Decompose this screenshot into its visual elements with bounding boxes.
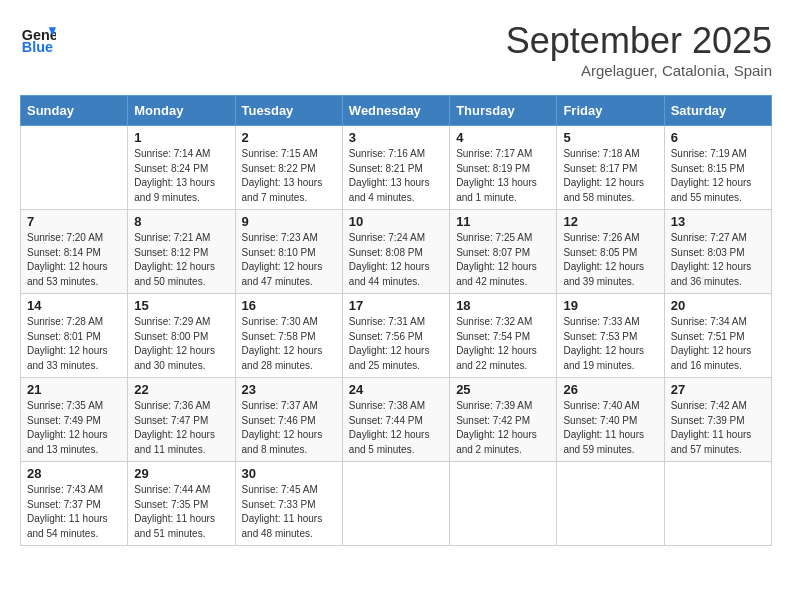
day-number: 19 [563, 298, 657, 313]
cell-info: Sunrise: 7:32 AMSunset: 7:54 PMDaylight:… [456, 315, 550, 373]
cell-info: Sunrise: 7:28 AMSunset: 8:01 PMDaylight:… [27, 315, 121, 373]
month-title: September 2025 [506, 20, 772, 62]
calendar-cell: 9Sunrise: 7:23 AMSunset: 8:10 PMDaylight… [235, 210, 342, 294]
day-number: 9 [242, 214, 336, 229]
calendar-table: SundayMondayTuesdayWednesdayThursdayFrid… [20, 95, 772, 546]
cell-info: Sunrise: 7:17 AMSunset: 8:19 PMDaylight:… [456, 147, 550, 205]
day-number: 21 [27, 382, 121, 397]
day-number: 12 [563, 214, 657, 229]
calendar-cell: 17Sunrise: 7:31 AMSunset: 7:56 PMDayligh… [342, 294, 449, 378]
cell-info: Sunrise: 7:43 AMSunset: 7:37 PMDaylight:… [27, 483, 121, 541]
calendar-cell [557, 462, 664, 546]
cell-info: Sunrise: 7:40 AMSunset: 7:40 PMDaylight:… [563, 399, 657, 457]
calendar-cell [21, 126, 128, 210]
calendar-cell [664, 462, 771, 546]
calendar-cell: 12Sunrise: 7:26 AMSunset: 8:05 PMDayligh… [557, 210, 664, 294]
cell-info: Sunrise: 7:42 AMSunset: 7:39 PMDaylight:… [671, 399, 765, 457]
calendar-cell: 16Sunrise: 7:30 AMSunset: 7:58 PMDayligh… [235, 294, 342, 378]
calendar-cell: 27Sunrise: 7:42 AMSunset: 7:39 PMDayligh… [664, 378, 771, 462]
day-number: 13 [671, 214, 765, 229]
day-number: 14 [27, 298, 121, 313]
calendar-cell: 6Sunrise: 7:19 AMSunset: 8:15 PMDaylight… [664, 126, 771, 210]
cell-info: Sunrise: 7:24 AMSunset: 8:08 PMDaylight:… [349, 231, 443, 289]
cell-info: Sunrise: 7:19 AMSunset: 8:15 PMDaylight:… [671, 147, 765, 205]
location: Argelaguer, Catalonia, Spain [506, 62, 772, 79]
calendar-cell: 10Sunrise: 7:24 AMSunset: 8:08 PMDayligh… [342, 210, 449, 294]
cell-info: Sunrise: 7:38 AMSunset: 7:44 PMDaylight:… [349, 399, 443, 457]
calendar-cell: 13Sunrise: 7:27 AMSunset: 8:03 PMDayligh… [664, 210, 771, 294]
calendar-cell: 24Sunrise: 7:38 AMSunset: 7:44 PMDayligh… [342, 378, 449, 462]
cell-info: Sunrise: 7:30 AMSunset: 7:58 PMDaylight:… [242, 315, 336, 373]
day-number: 7 [27, 214, 121, 229]
cell-info: Sunrise: 7:26 AMSunset: 8:05 PMDaylight:… [563, 231, 657, 289]
weekday-header-friday: Friday [557, 96, 664, 126]
cell-info: Sunrise: 7:15 AMSunset: 8:22 PMDaylight:… [242, 147, 336, 205]
calendar-cell: 11Sunrise: 7:25 AMSunset: 8:07 PMDayligh… [450, 210, 557, 294]
calendar-cell: 30Sunrise: 7:45 AMSunset: 7:33 PMDayligh… [235, 462, 342, 546]
day-number: 4 [456, 130, 550, 145]
week-row-2: 7Sunrise: 7:20 AMSunset: 8:14 PMDaylight… [21, 210, 772, 294]
day-number: 2 [242, 130, 336, 145]
calendar-cell: 5Sunrise: 7:18 AMSunset: 8:17 PMDaylight… [557, 126, 664, 210]
day-number: 20 [671, 298, 765, 313]
logo-icon: General Blue [20, 20, 56, 56]
cell-info: Sunrise: 7:16 AMSunset: 8:21 PMDaylight:… [349, 147, 443, 205]
day-number: 17 [349, 298, 443, 313]
calendar-cell: 22Sunrise: 7:36 AMSunset: 7:47 PMDayligh… [128, 378, 235, 462]
calendar-cell: 15Sunrise: 7:29 AMSunset: 8:00 PMDayligh… [128, 294, 235, 378]
cell-info: Sunrise: 7:20 AMSunset: 8:14 PMDaylight:… [27, 231, 121, 289]
weekday-header-monday: Monday [128, 96, 235, 126]
cell-info: Sunrise: 7:39 AMSunset: 7:42 PMDaylight:… [456, 399, 550, 457]
day-number: 10 [349, 214, 443, 229]
weekday-header-tuesday: Tuesday [235, 96, 342, 126]
cell-info: Sunrise: 7:44 AMSunset: 7:35 PMDaylight:… [134, 483, 228, 541]
calendar-cell: 19Sunrise: 7:33 AMSunset: 7:53 PMDayligh… [557, 294, 664, 378]
cell-info: Sunrise: 7:29 AMSunset: 8:00 PMDaylight:… [134, 315, 228, 373]
week-row-1: 1Sunrise: 7:14 AMSunset: 8:24 PMDaylight… [21, 126, 772, 210]
day-number: 11 [456, 214, 550, 229]
calendar-cell [342, 462, 449, 546]
calendar-cell: 23Sunrise: 7:37 AMSunset: 7:46 PMDayligh… [235, 378, 342, 462]
cell-info: Sunrise: 7:23 AMSunset: 8:10 PMDaylight:… [242, 231, 336, 289]
calendar-cell: 18Sunrise: 7:32 AMSunset: 7:54 PMDayligh… [450, 294, 557, 378]
calendar-cell [450, 462, 557, 546]
day-number: 24 [349, 382, 443, 397]
calendar-cell: 4Sunrise: 7:17 AMSunset: 8:19 PMDaylight… [450, 126, 557, 210]
calendar-cell: 1Sunrise: 7:14 AMSunset: 8:24 PMDaylight… [128, 126, 235, 210]
day-number: 27 [671, 382, 765, 397]
calendar-cell: 20Sunrise: 7:34 AMSunset: 7:51 PMDayligh… [664, 294, 771, 378]
day-number: 15 [134, 298, 228, 313]
day-number: 22 [134, 382, 228, 397]
cell-info: Sunrise: 7:33 AMSunset: 7:53 PMDaylight:… [563, 315, 657, 373]
day-number: 28 [27, 466, 121, 481]
cell-info: Sunrise: 7:21 AMSunset: 8:12 PMDaylight:… [134, 231, 228, 289]
cell-info: Sunrise: 7:34 AMSunset: 7:51 PMDaylight:… [671, 315, 765, 373]
calendar-cell: 3Sunrise: 7:16 AMSunset: 8:21 PMDaylight… [342, 126, 449, 210]
cell-info: Sunrise: 7:25 AMSunset: 8:07 PMDaylight:… [456, 231, 550, 289]
cell-info: Sunrise: 7:35 AMSunset: 7:49 PMDaylight:… [27, 399, 121, 457]
day-number: 5 [563, 130, 657, 145]
cell-info: Sunrise: 7:36 AMSunset: 7:47 PMDaylight:… [134, 399, 228, 457]
calendar-cell: 29Sunrise: 7:44 AMSunset: 7:35 PMDayligh… [128, 462, 235, 546]
day-number: 1 [134, 130, 228, 145]
calendar-cell: 14Sunrise: 7:28 AMSunset: 8:01 PMDayligh… [21, 294, 128, 378]
cell-info: Sunrise: 7:37 AMSunset: 7:46 PMDaylight:… [242, 399, 336, 457]
day-number: 6 [671, 130, 765, 145]
cell-info: Sunrise: 7:31 AMSunset: 7:56 PMDaylight:… [349, 315, 443, 373]
cell-info: Sunrise: 7:14 AMSunset: 8:24 PMDaylight:… [134, 147, 228, 205]
day-number: 29 [134, 466, 228, 481]
svg-text:Blue: Blue [22, 39, 53, 55]
day-number: 30 [242, 466, 336, 481]
logo: General Blue [20, 20, 56, 56]
week-row-4: 21Sunrise: 7:35 AMSunset: 7:49 PMDayligh… [21, 378, 772, 462]
cell-info: Sunrise: 7:18 AMSunset: 8:17 PMDaylight:… [563, 147, 657, 205]
calendar-cell: 25Sunrise: 7:39 AMSunset: 7:42 PMDayligh… [450, 378, 557, 462]
week-row-5: 28Sunrise: 7:43 AMSunset: 7:37 PMDayligh… [21, 462, 772, 546]
cell-info: Sunrise: 7:27 AMSunset: 8:03 PMDaylight:… [671, 231, 765, 289]
calendar-cell: 21Sunrise: 7:35 AMSunset: 7:49 PMDayligh… [21, 378, 128, 462]
day-number: 18 [456, 298, 550, 313]
cell-info: Sunrise: 7:45 AMSunset: 7:33 PMDaylight:… [242, 483, 336, 541]
day-number: 8 [134, 214, 228, 229]
weekday-header-wednesday: Wednesday [342, 96, 449, 126]
day-number: 16 [242, 298, 336, 313]
